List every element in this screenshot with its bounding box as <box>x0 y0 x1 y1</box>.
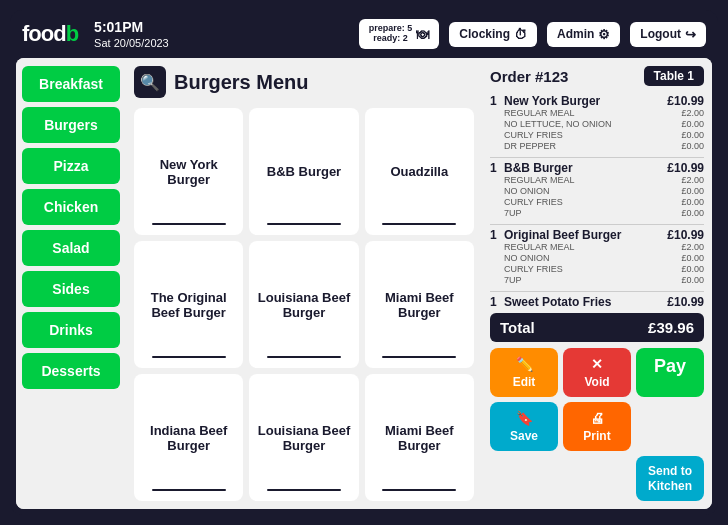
order-item-2: 1 B&B Burger £10.99 REGULAR MEAL£2.00 NO… <box>490 161 704 218</box>
ready-label: ready: 2 <box>369 34 413 44</box>
clocking-button[interactable]: Clocking ⏱ <box>449 22 537 47</box>
order-qty-1: 1 <box>490 94 500 108</box>
sidebar-item-burgers[interactable]: Burgers <box>22 107 120 143</box>
detail-row: REGULAR MEAL£2.00 <box>504 175 704 185</box>
order-item-price-3: £10.99 <box>667 228 704 242</box>
pay-label: Pay <box>654 356 686 377</box>
print-label: Print <box>583 429 610 443</box>
divider <box>490 157 704 158</box>
detail-row: REGULAR MEAL£2.00 <box>504 242 704 252</box>
menu-item-louisiana-beef-2[interactable]: Louisiana Beef Burger <box>249 374 358 501</box>
detail-row: NO LETTUCE, NO ONION£0.00 <box>504 119 704 129</box>
order-qty-3: 1 <box>490 228 500 242</box>
void-label: Void <box>584 375 609 389</box>
order-item-price-1: £10.99 <box>667 94 704 108</box>
order-item-4: 1 Sweet Potato Fries £10.99 TOP: cheese£… <box>490 295 704 307</box>
order-item-main-4: 1 Sweet Potato Fries £10.99 <box>490 295 704 307</box>
order-item-1: 1 New York Burger £10.99 REGULAR MEAL£2.… <box>490 94 704 151</box>
table-badge: Table 1 <box>644 66 704 86</box>
menu-title: Burgers Menu <box>174 71 308 94</box>
divider <box>490 224 704 225</box>
menu-item-ouadzilla[interactable]: Ouadzilla <box>365 108 474 235</box>
order-item-name-1: New York Burger <box>504 94 600 108</box>
sidebar-item-chicken[interactable]: Chicken <box>22 189 120 225</box>
save-label: Save <box>510 429 538 443</box>
save-icon: 🔖 <box>516 410 533 426</box>
order-items: 1 New York Burger £10.99 REGULAR MEAL£2.… <box>490 94 704 307</box>
datetime: 5:01PM Sat 20/05/2023 <box>94 18 169 50</box>
order-panel: Order #123 Table 1 1 New York Burger £10… <box>482 58 712 509</box>
order-total: Total £39.96 <box>490 313 704 342</box>
order-qty-4: 1 <box>490 295 500 307</box>
menu-header: 🔍 Burgers Menu <box>134 66 474 98</box>
sidebar-item-sides[interactable]: Sides <box>22 271 120 307</box>
logo: foodb <box>22 21 78 47</box>
menu-item-indiana-beef[interactable]: Indiana Beef Burger <box>134 374 243 501</box>
detail-row: CURLY FRIES£0.00 <box>504 197 704 207</box>
menu-item-louisiana-beef[interactable]: Louisiana Beef Burger <box>249 241 358 368</box>
edit-button[interactable]: ✏️ Edit <box>490 348 558 397</box>
kitchen-label: Send to Kitchen <box>640 464 700 493</box>
menu-item-miami-beef[interactable]: Miami Beef Burger <box>365 241 474 368</box>
tray-icon: 🍽 <box>416 27 429 42</box>
send-to-kitchen-button[interactable]: Send to Kitchen <box>636 456 704 501</box>
order-item-details-2: REGULAR MEAL£2.00 NO ONION£0.00 CURLY FR… <box>490 175 704 218</box>
sidebar-item-salad[interactable]: Salad <box>22 230 120 266</box>
sidebar-item-desserts[interactable]: Desserts <box>22 353 120 389</box>
logout-label: Logout <box>640 27 681 41</box>
gear-icon: ⚙ <box>598 27 610 42</box>
menu-item-new-york-burger[interactable]: New York Burger <box>134 108 243 235</box>
clock-icon: ⏱ <box>514 27 527 42</box>
detail-row: REGULAR MEAL£2.00 <box>504 108 704 118</box>
logo-text: food <box>22 21 66 46</box>
detail-row: DR PEPPER£0.00 <box>504 141 704 151</box>
order-item-main-3: 1 Original Beef Burger £10.99 <box>490 228 704 242</box>
void-button[interactable]: ✕ Void <box>563 348 631 397</box>
order-item-details-3: REGULAR MEAL£2.00 NO ONION£0.00 CURLY FR… <box>490 242 704 285</box>
order-item-price-2: £10.99 <box>667 161 704 175</box>
admin-button[interactable]: Admin ⚙ <box>547 22 620 47</box>
order-item-left-1: 1 New York Burger <box>490 94 600 108</box>
menu-item-miami-beef-2[interactable]: Miami Beef Burger <box>365 374 474 501</box>
logout-icon: ↪ <box>685 27 696 42</box>
void-icon: ✕ <box>591 356 603 372</box>
order-header: Order #123 Table 1 <box>490 66 704 86</box>
pay-button[interactable]: Pay <box>636 348 704 397</box>
order-item-main-1: 1 New York Burger £10.99 <box>490 94 704 108</box>
prepare-badge: prepare: 5 ready: 2 <box>369 24 413 44</box>
order-item-main-2: 1 B&B Burger £10.99 <box>490 161 704 175</box>
menu-item-original-beef[interactable]: The Original Beef Burger <box>134 241 243 368</box>
logout-button[interactable]: Logout ↪ <box>630 22 706 47</box>
total-price: £39.96 <box>648 319 694 336</box>
total-label: Total <box>500 319 535 336</box>
search-icon[interactable]: 🔍 <box>134 66 166 98</box>
menu-area: 🔍 Burgers Menu New York Burger B&B Burge… <box>126 58 482 509</box>
app-container: foodb 5:01PM Sat 20/05/2023 prepare: 5 r… <box>10 10 718 515</box>
prepare-button[interactable]: prepare: 5 ready: 2 🍽 <box>359 19 440 49</box>
detail-row: CURLY FRIES£0.00 <box>504 130 704 140</box>
print-icon: 🖨 <box>590 410 604 426</box>
detail-row: CURLY FRIES£0.00 <box>504 264 704 274</box>
sidebar-item-breakfast[interactable]: Breakfast <box>22 66 120 102</box>
divider <box>490 291 704 292</box>
order-item-name-3: Original Beef Burger <box>504 228 621 242</box>
admin-label: Admin <box>557 27 594 41</box>
order-item-details-1: REGULAR MEAL£2.00 NO LETTUCE, NO ONION£0… <box>490 108 704 151</box>
main-content: Breakfast Burgers Pizza Chicken Salad Si… <box>16 58 712 509</box>
menu-item-bb-burger[interactable]: B&B Burger <box>249 108 358 235</box>
order-item-name-4: Sweet Potato Fries <box>504 295 611 307</box>
date: Sat 20/05/2023 <box>94 36 169 50</box>
edit-label: Edit <box>513 375 536 389</box>
sidebar-item-drinks[interactable]: Drinks <box>22 312 120 348</box>
edit-icon: ✏️ <box>516 356 533 372</box>
detail-row: 7UP£0.00 <box>504 208 704 218</box>
sidebar-item-pizza[interactable]: Pizza <box>22 148 120 184</box>
save-button[interactable]: 🔖 Save <box>490 402 558 451</box>
detail-row: 7UP£0.00 <box>504 275 704 285</box>
detail-row: NO ONION£0.00 <box>504 186 704 196</box>
time: 5:01PM <box>94 18 169 36</box>
print-button[interactable]: 🖨 Print <box>563 402 631 451</box>
sidebar: Breakfast Burgers Pizza Chicken Salad Si… <box>16 58 126 509</box>
order-item-left-3: 1 Original Beef Burger <box>490 228 621 242</box>
order-item-3: 1 Original Beef Burger £10.99 REGULAR ME… <box>490 228 704 285</box>
